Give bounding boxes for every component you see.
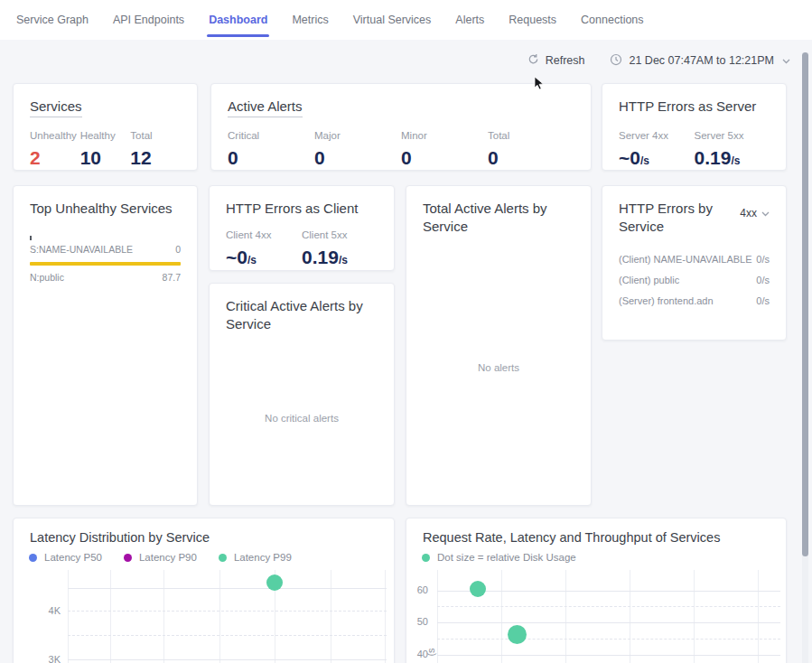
http-errors-by-service-title: HTTP Errors by Service [619,200,725,235]
http-errors-client-title: HTTP Errors as Client [226,200,378,218]
refresh-button[interactable]: Refresh [527,53,585,68]
value-number: 0.19 [695,147,732,168]
metric-total-alerts: Total 0 [488,130,574,169]
legend-item-p99: Latency P99 [219,552,292,563]
gridline [565,570,566,663]
metric-value: 0.19/s [302,247,378,268]
value-suffix: /s [339,254,348,266]
error-class-dropdown[interactable]: 4xx [740,207,770,219]
tab-connections[interactable]: Connections [581,0,644,40]
error-row-label: (Client) public [619,275,679,285]
value-suffix: /s [247,254,257,266]
tab-alerts[interactable]: Alerts [455,0,484,40]
tab-metrics[interactable]: Metrics [292,0,328,40]
active-alerts-card: Active Alerts Critical 0 Major 0 Minor 0… [210,83,592,171]
gridline [437,606,780,607]
tab-label: Requests [509,14,556,26]
http-errors-server-title: HTTP Errors as Server [619,98,770,116]
metric-value: 0 [228,147,314,169]
gridline [68,659,387,660]
bar-yellow [30,262,181,266]
metric-label: Total [130,130,181,141]
data-point [470,581,486,597]
gridline [219,570,220,663]
metric-label: Major [314,130,401,141]
metric-unhealthy: Unhealthy 2 [30,130,80,169]
metric-value: ~0/s [226,247,302,268]
top-unhealthy-title: Top Unhealthy Services [30,200,181,218]
request-rate-chart-card: Request Rate, Latency and Throughput of … [406,518,787,663]
metric-label: Server 5xx [695,130,770,141]
chevron-down-icon [761,207,770,219]
service-name: N:public [30,272,64,283]
metric-client-4xx: Client 4xx ~0/s [226,229,302,268]
empty-state-message: No alerts [406,362,591,373]
card-title: Active Alerts [228,98,574,116]
scrollbar-thumb[interactable] [802,52,808,556]
metric-minor: Minor 0 [401,130,488,169]
tab-service-graph[interactable]: Service Graph [16,0,89,40]
metric-healthy: Healthy 10 [80,130,131,169]
metric-major: Major 0 [314,130,401,169]
services-card: Services Unhealthy 2 Healthy 10 Total 12 [13,83,198,171]
gridline [385,570,386,663]
error-row: (Server) frontend.adn 0/s [619,291,770,312]
metric-label: Critical [228,130,314,141]
latency-distribution-chart-card: Latency Distribution by Service Latency … [13,518,395,663]
value-number: ~0 [619,147,640,168]
metric-label: Healthy [80,130,131,141]
gridline [110,570,111,663]
critical-active-alerts-card: Critical Active Alerts by Service No cri… [209,283,395,506]
critical-alerts-title: Critical Active Alerts by Service [226,297,378,332]
tab-label: Virtual Services [353,14,432,26]
tab-requests[interactable]: Requests [509,0,556,40]
tab-label: Alerts [455,14,484,26]
error-row-value: 0/s [756,254,770,265]
metric-label: Client 4xx [226,229,302,240]
service-row: S:NAME-UNAVAILABLE 0 [30,240,181,261]
dashboard-toolbar: Refresh 21 Dec 07:47AM to 12:21PM [0,49,790,72]
legend-item-p90: Latency P90 [124,552,197,563]
empty-state-message: No critical alerts [210,413,394,424]
legend-label: Latency P50 [44,552,102,563]
tab-dashboard[interactable]: Dashboard [209,0,267,40]
http-server-metrics: Server 4xx ~0/s Server 5xx 0.19/s [619,130,770,169]
metric-value: 0.19/s [695,147,770,169]
value-suffix: /s [731,154,740,167]
services-metrics: Unhealthy 2 Healthy 10 Total 12 [30,130,181,169]
y-axis-tick: 4K [24,605,61,616]
metric-label: Server 4xx [619,130,695,141]
gridline [501,570,502,663]
active-tab-indicator [207,34,269,37]
error-row-label: (Client) NAME-UNAVAILABLE [619,254,752,265]
service-row: N:public 87.7 [30,268,181,289]
unhealthy-services-bar-chart: S:NAME-UNAVAILABLE 0 N:public 87.7 [30,236,181,289]
time-range-selector[interactable]: 21 Dec 07:47AM to 12:21PM [610,53,790,69]
gridline [68,570,69,663]
metric-server-4xx: Server 4xx ~0/s [619,130,695,169]
data-point [508,625,527,644]
y-axis-tick: 3K [24,654,61,663]
error-row-value: 0/s [756,295,770,306]
value-suffix: /s [640,154,649,167]
metric-value: 0 [401,147,488,169]
metric-critical: Critical 0 [228,130,314,169]
gridline [68,611,387,612]
y-axis-tick: 60 [406,584,428,595]
data-point-p99 [266,574,283,591]
card-header: HTTP Errors by Service 4xx [619,200,770,235]
legend-label: Dot size = relative Disk Usage [437,552,576,563]
gridline [758,570,759,663]
gridline [437,591,780,592]
tab-virtual-services[interactable]: Virtual Services [353,0,432,40]
gridline [437,570,438,663]
top-unhealthy-services-card: Top Unhealthy Services S:NAME-UNAVAILABL… [13,185,198,506]
chart-legend: Dot size = relative Disk Usage [422,552,576,563]
time-range-value: 21 Dec 07:47AM to 12:21PM [629,54,774,67]
tab-label: Service Graph [16,14,89,26]
gridline [437,655,780,656]
service-value: 87.7 [163,272,181,283]
tab-api-endpoints[interactable]: API Endpoints [113,0,184,40]
error-row: (Client) public 0/s [619,270,770,291]
gridline [437,639,780,640]
